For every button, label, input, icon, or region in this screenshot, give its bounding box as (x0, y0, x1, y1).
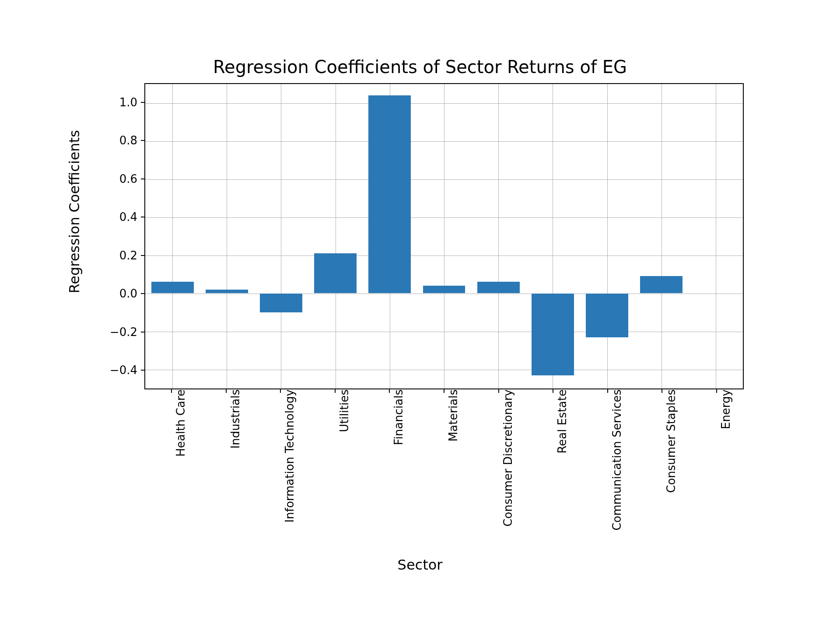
y-tick-label: −0.2 (110, 326, 144, 339)
y-tick-mark (141, 370, 144, 371)
gridline-v (716, 84, 716, 388)
bar (477, 282, 520, 293)
x-tick-mark (335, 389, 336, 393)
x-tick-mark (607, 389, 608, 393)
plot-area (144, 83, 744, 389)
x-tick-label: Materials (440, 389, 460, 441)
y-tick-mark (141, 102, 144, 103)
bar (640, 276, 682, 293)
y-tick-label: −0.4 (110, 364, 144, 377)
chart-container: Regression Coefficients of Sector Return… (79, 57, 761, 573)
bar (260, 294, 302, 313)
x-axis-label: Sector (79, 556, 761, 573)
x-tick-label: Utilities (331, 389, 351, 432)
bar (368, 95, 411, 293)
bar (586, 294, 628, 337)
gridline-v (607, 84, 608, 388)
x-tick-label: Industrials (222, 389, 242, 448)
y-axis-label: Regression Coefficients (66, 130, 83, 293)
x-tick-mark (444, 389, 444, 393)
gridline-v (172, 84, 173, 388)
y-tick-mark (141, 140, 144, 141)
y-tick-mark (141, 332, 144, 332)
x-tick-label: Consumer Staples (658, 389, 678, 493)
x-tick-mark (662, 389, 662, 393)
gridline-v (662, 84, 662, 388)
y-tick-mark (141, 255, 144, 256)
x-tick-mark (226, 389, 227, 393)
bar (532, 294, 574, 375)
gridline-v (281, 84, 281, 388)
y-tick-label: 0.2 (119, 249, 144, 262)
x-tick-mark (389, 389, 390, 393)
x-tick-mark (553, 389, 553, 393)
bar (206, 290, 248, 294)
x-tick-label: Information Technology (276, 389, 296, 522)
gridline-v (227, 84, 227, 388)
gridline-v (336, 84, 336, 388)
chart-title: Regression Coefficients of Sector Return… (79, 57, 761, 77)
bar (151, 282, 194, 293)
y-tick-label: 0.8 (119, 134, 144, 147)
x-tick-mark (171, 389, 172, 393)
x-tick-label: Health Care (167, 389, 187, 457)
y-tick-label: 0.6 (119, 172, 144, 186)
x-tick-mark (716, 389, 717, 393)
bar (314, 253, 357, 293)
bar (423, 286, 466, 293)
y-tick-mark (141, 178, 144, 179)
gridline-v (444, 84, 444, 388)
x-tick-label: Financials (385, 389, 405, 445)
y-tick-label: 1.0 (119, 96, 144, 109)
y-tick-mark (141, 217, 144, 217)
y-tick-label: 0.4 (119, 210, 144, 224)
x-tick-mark (280, 389, 281, 393)
x-tick-label: Energy (712, 389, 732, 429)
x-tick-label: Real Estate (549, 389, 569, 454)
y-tick-label: 0.0 (119, 287, 144, 300)
x-tick-label: Consumer Discretionary (494, 389, 514, 527)
y-tick-mark (141, 293, 144, 294)
gridline-v (498, 84, 499, 388)
x-tick-label: Communication Services (603, 389, 623, 531)
x-tick-mark (498, 389, 499, 393)
